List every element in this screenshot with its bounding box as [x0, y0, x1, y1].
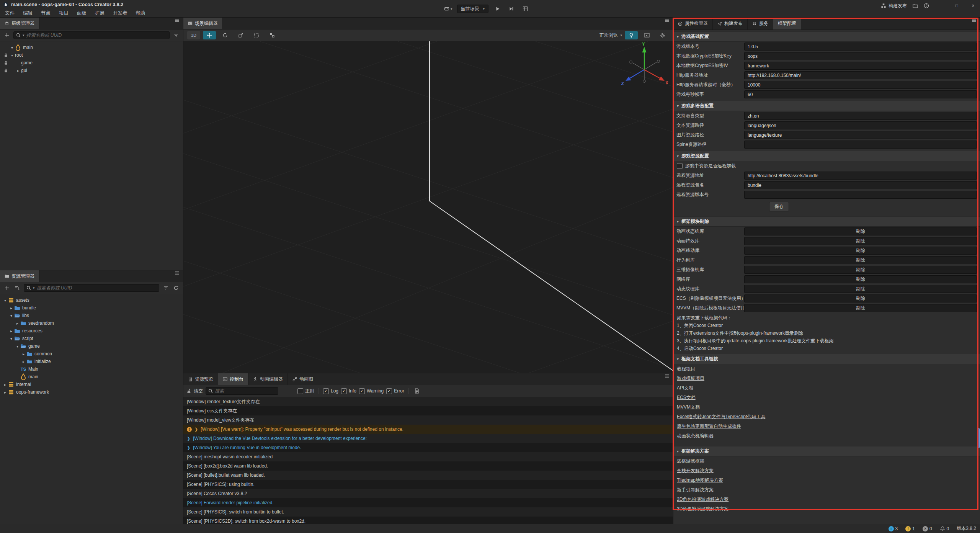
text-input[interactable]: zh,en: [744, 112, 977, 120]
log-row[interactable]: [Window] render_texture文件夹存在: [183, 397, 673, 406]
remove-module-button[interactable]: 剔除: [744, 285, 977, 293]
remove-module-button[interactable]: 剔除: [744, 227, 977, 235]
play-button[interactable]: [493, 5, 502, 13]
tree-row[interactable]: ▾game: [0, 342, 183, 350]
text-input[interactable]: [744, 191, 977, 199]
panel-menu-icon[interactable]: [174, 18, 180, 23]
log-row[interactable]: [Scene] meshopt wasm decoder initialized: [183, 452, 673, 461]
chevron-right-icon[interactable]: ▸: [15, 69, 21, 73]
help-icon[interactable]: [924, 3, 929, 8]
inspector-tab-2[interactable]: 服务: [748, 18, 773, 29]
chevron-down-icon[interactable]: ▾: [15, 344, 20, 348]
doc-link[interactable]: 动画状态机编辑器: [673, 431, 980, 441]
light-toggle-button[interactable]: [625, 31, 638, 39]
filter-error-checkbox[interactable]: Error: [386, 388, 404, 394]
scene-selector-dropdown[interactable]: 当前场景 ▾: [457, 5, 489, 13]
hierarchy-search-input[interactable]: ▾ 搜索名称或 UUID: [13, 31, 170, 39]
expand-chevron-icon[interactable]: ❯: [187, 445, 190, 450]
add-asset-button[interactable]: [3, 284, 11, 292]
maximize-button[interactable]: □: [951, 1, 962, 10]
log-row[interactable]: [Scene] [bullet]:bullet wasm lib loaded.: [183, 471, 673, 480]
doc-link[interactable]: Excel格式转Json文件与TypeScript代码工具: [673, 412, 980, 422]
panel-menu-icon[interactable]: [664, 373, 670, 379]
scene-settings-button[interactable]: [656, 31, 669, 39]
axis-gizmo[interactable]: Y X Z: [619, 42, 669, 92]
text-input[interactable]: 60: [744, 90, 977, 98]
gizmo-tool-button[interactable]: [266, 31, 279, 39]
panel-menu-icon[interactable]: [971, 18, 977, 23]
text-input[interactable]: language/json: [744, 121, 977, 129]
add-node-button[interactable]: [3, 31, 11, 39]
section-header[interactable]: ▾游戏多语言配置: [673, 101, 980, 111]
doc-link[interactable]: 游戏模板项目: [673, 374, 980, 383]
view-mode-dropdown[interactable]: 正常浏览 ▾: [599, 32, 622, 39]
log-row[interactable]: [Scene] Forward render pipeline initiali…: [183, 498, 673, 507]
solution-link[interactable]: 新手引导解决方案: [673, 485, 980, 495]
tree-row[interactable]: ▸gui: [0, 67, 183, 74]
chevron-right-icon[interactable]: ▸: [15, 321, 20, 325]
tab-hierarchy[interactable]: 层级管理器: [0, 18, 39, 29]
scene-viewport[interactable]: Y X Z: [183, 41, 673, 373]
section-header[interactable]: ▾游戏资源配置: [673, 151, 980, 161]
move-tool-button[interactable]: [203, 31, 216, 39]
text-input[interactable]: language/texture: [744, 131, 977, 139]
filter-icon[interactable]: [172, 31, 180, 39]
tree-row[interactable]: ▾script: [0, 335, 183, 342]
solution-link[interactable]: 战棋游戏框架: [673, 456, 980, 466]
minimize-button[interactable]: —: [935, 1, 946, 10]
log-row[interactable]: [Scene] Cocos Creator v3.8.2: [183, 489, 673, 498]
remove-module-button[interactable]: 剔除: [744, 256, 977, 264]
log-row[interactable]: [Scene] [PHYSICS]: using builtin.: [183, 480, 673, 489]
panel-menu-icon[interactable]: [664, 18, 670, 23]
chevron-right-icon[interactable]: ▸: [2, 383, 8, 387]
tree-row[interactable]: ▸internal: [0, 381, 183, 388]
tree-row[interactable]: TSMain: [0, 365, 183, 373]
chevron-right-icon[interactable]: ▸: [8, 306, 14, 310]
panel-menu-icon[interactable]: [174, 270, 180, 276]
text-input[interactable]: [744, 141, 977, 149]
menu-item-4[interactable]: 面板: [73, 10, 91, 16]
tree-row[interactable]: ▸common: [0, 350, 183, 358]
log-row[interactable]: [Window] model_view文件夹存在: [183, 415, 673, 425]
console-tab-0[interactable]: 资源预览: [183, 373, 218, 385]
scale-tool-button[interactable]: [234, 31, 247, 39]
text-input[interactable]: framework: [744, 62, 977, 70]
chevron-right-icon[interactable]: ▸: [21, 352, 26, 356]
tree-row[interactable]: ▾main: [0, 44, 183, 51]
console-tab-2[interactable]: 动画编辑器: [248, 373, 288, 385]
tab-scene-editor[interactable]: 场景编辑器: [183, 18, 223, 29]
section-header[interactable]: ▾游戏基础配置: [673, 31, 980, 42]
menu-item-3[interactable]: 项目: [55, 10, 73, 16]
doc-link[interactable]: MVVM文档: [673, 402, 980, 412]
text-input[interactable]: bundle: [744, 181, 977, 189]
remove-module-button[interactable]: 剔除: [744, 266, 977, 274]
text-input[interactable]: 1.0.5: [744, 43, 977, 51]
inspector-tab-3[interactable]: 框架配置: [773, 18, 801, 29]
filter-icon[interactable]: [162, 284, 170, 292]
sort-icon[interactable]: [13, 284, 21, 292]
section-header[interactable]: ▾框架模块剔除: [673, 216, 980, 227]
open-folder-icon[interactable]: [913, 3, 918, 8]
menu-item-0[interactable]: 文件: [1, 10, 19, 16]
inspector-tab-1[interactable]: 构建发布: [713, 18, 748, 29]
warning-count-icon[interactable]: !: [905, 526, 911, 531]
build-publish-button[interactable]: 构建发布: [881, 3, 907, 9]
scrollbar-thumb[interactable]: [978, 428, 980, 448]
doc-link[interactable]: ECS文档: [673, 393, 980, 402]
doc-link[interactable]: 原生包热更新配置自动生成插件: [673, 422, 980, 431]
menu-item-6[interactable]: 开发者: [109, 10, 132, 16]
refresh-icon[interactable]: [172, 284, 180, 292]
log-row[interactable]: ❯[Window] Download the Vue Devtools exte…: [183, 434, 673, 443]
remove-module-button[interactable]: 剔除: [744, 294, 977, 302]
error-count-icon[interactable]: ×: [923, 526, 928, 531]
remove-module-button[interactable]: 剔除: [744, 247, 977, 255]
console-tab-3[interactable]: 动画图: [288, 373, 318, 385]
tree-row[interactable]: ▾libs: [0, 312, 183, 319]
text-input[interactable]: oops: [744, 52, 977, 60]
remove-module-button[interactable]: 剔除: [744, 275, 977, 283]
chevron-right-icon[interactable]: ▸: [2, 390, 8, 394]
clear-console-button[interactable]: 清空: [186, 388, 203, 394]
log-row[interactable]: [Scene] [PHYSICS]: switch from builtin t…: [183, 507, 673, 517]
chevron-down-icon[interactable]: ▾: [2, 298, 8, 302]
tree-row[interactable]: main: [0, 373, 183, 381]
